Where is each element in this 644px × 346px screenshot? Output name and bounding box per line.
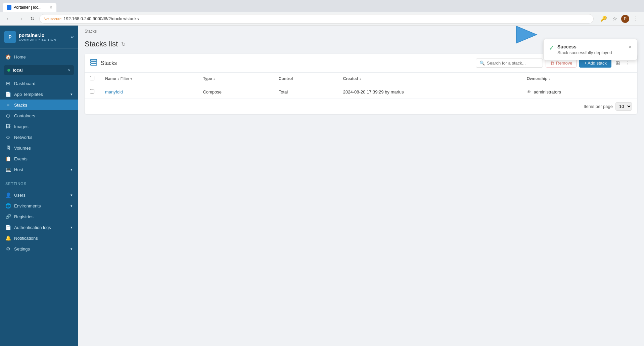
name-header-label: Name ↕ <box>105 76 119 81</box>
tab-title: Portainer | loc... <box>13 5 42 10</box>
sidebar-item-environments[interactable]: 🌐 Environments ▾ <box>0 200 78 211</box>
sidebar-section-settings: 👤 Users ▾ 🌐 Environments ▾ 🔗 Registries … <box>0 187 78 257</box>
sidebar-host-label: Host <box>14 167 23 172</box>
sidebar: P portainer.io COMMUNITY EDITION « 🏠 Hom… <box>0 26 78 346</box>
sidebar-logo: P portainer.io COMMUNITY EDITION <box>4 31 56 43</box>
sidebar-item-settings[interactable]: ⚙ Settings ▾ <box>0 243 78 254</box>
svg-marker-3 <box>516 26 537 43</box>
sidebar-environments-label: Environments <box>14 203 41 208</box>
browser-tabs: Portainer | loc... × <box>3 0 56 12</box>
table-footer: Items per page 10 25 50 <box>85 99 637 114</box>
sidebar-item-registries[interactable]: 🔗 Registries <box>0 211 78 222</box>
sidebar-item-containers[interactable]: ⬡ Containers <box>0 110 78 121</box>
stack-type-cell: Compose <box>197 85 273 99</box>
toast-content: Success Stack successfully deployed <box>557 44 625 55</box>
sidebar-events-label: Events <box>14 156 28 161</box>
app-templates-chevron-icon: ▾ <box>71 92 73 97</box>
sidebar-item-images[interactable]: 🖼 Images <box>0 121 78 132</box>
sidebar-item-home[interactable]: 🏠 Home <box>0 51 78 62</box>
password-manager-icon[interactable]: 🔑 <box>599 14 608 23</box>
settings-section-label: Settings <box>0 178 78 187</box>
row-checkbox[interactable] <box>90 89 94 93</box>
browser-chrome: Portainer | loc... × <box>0 0 644 12</box>
sidebar-notifications-label: Notifications <box>14 236 38 241</box>
forward-button[interactable]: → <box>16 14 26 23</box>
filter-button[interactable]: Filter ▾ <box>120 77 132 81</box>
created-header-label: Created ↕ <box>343 76 361 81</box>
sidebar-dashboard-label: Dashboard <box>14 81 36 86</box>
search-box[interactable]: 🔍 <box>476 59 543 68</box>
auth-logs-chevron-icon: ▾ <box>71 225 73 230</box>
sidebar-collapse-button[interactable]: « <box>71 34 74 40</box>
add-stack-label: + Add stack <box>584 61 607 66</box>
sidebar-item-notifications[interactable]: 🔔 Notifications <box>0 233 78 243</box>
ownership-icon: 👁 <box>527 89 531 94</box>
env-status-dot <box>7 69 10 72</box>
nav-icons: 🔑 ☆ P ⋮ <box>599 14 640 23</box>
sidebar-section-main: 🏠 Home local × ⊞ Dashboard 📄 App Templat… <box>0 49 78 178</box>
sidebar-item-auth-logs[interactable]: 📄 Authentication logs ▾ <box>0 222 78 233</box>
main-content: Stacks Stacks list ↻ Stacks <box>78 26 644 346</box>
tab-favicon <box>7 5 11 10</box>
sidebar-settings-label: Settings <box>14 246 30 252</box>
users-chevron-icon: ▾ <box>71 193 73 197</box>
table-container: Name ↕ Filter ▾ Type ↕ Control Created ↕ <box>85 73 637 114</box>
toast-title: Success <box>557 44 625 49</box>
url-text: 192.168.0.240:9000/#!/2/docker/stacks <box>63 16 139 21</box>
registries-icon: 🔗 <box>5 214 11 219</box>
sidebar-item-networks[interactable]: ⊙ Networks <box>0 132 78 143</box>
sidebar-stacks-label: Stacks <box>14 103 27 108</box>
reload-button[interactable]: ↻ <box>28 14 37 23</box>
svg-rect-1 <box>91 62 97 63</box>
sidebar-item-stacks[interactable]: ≡ Stacks <box>0 100 78 110</box>
sidebar-item-host[interactable]: 💻 Host ▾ <box>0 164 78 175</box>
toast-success-icon: ✓ <box>549 44 554 52</box>
items-per-page-label: Items per page <box>584 104 613 109</box>
stack-name-link[interactable]: manyfold <box>105 89 123 94</box>
ownership-header-label: Ownership ↕ <box>527 76 551 81</box>
bookmark-icon[interactable]: ☆ <box>611 14 618 23</box>
logo-main-text: portainer.io <box>19 33 56 38</box>
auth-logs-icon: 📄 <box>5 225 11 230</box>
settings-chevron-icon: ▾ <box>71 247 73 251</box>
back-button[interactable]: ← <box>4 14 13 23</box>
address-bar[interactable]: Not secure 192.168.0.240:9000/#!/2/docke… <box>39 14 594 24</box>
sidebar-item-events[interactable]: 📋 Events <box>0 153 78 164</box>
refresh-button[interactable]: ↻ <box>121 41 126 47</box>
sidebar-networks-label: Networks <box>14 135 32 140</box>
menu-button[interactable]: ⋮ <box>632 14 640 23</box>
logo-icon: P <box>4 31 16 43</box>
toast-close-button[interactable]: × <box>629 44 632 50</box>
env-close-button[interactable]: × <box>68 68 71 73</box>
containers-icon: ⬡ <box>5 113 11 118</box>
sidebar-item-app-templates[interactable]: 📄 App Templates ▾ <box>0 89 78 100</box>
events-icon: 📋 <box>5 156 11 161</box>
sidebar-item-volumes[interactable]: 🗄 Volumes <box>0 143 78 153</box>
tab-close-button[interactable]: × <box>50 5 52 10</box>
search-input[interactable] <box>487 61 539 66</box>
notifications-icon: 🔔 <box>5 235 11 241</box>
sidebar-containers-label: Containers <box>14 113 35 118</box>
items-per-page-select[interactable]: 10 25 50 <box>615 102 632 111</box>
control-header-label: Control <box>279 76 293 81</box>
profile-avatar[interactable]: P <box>621 15 629 23</box>
browser-nav: ← → ↻ Not secure 192.168.0.240:9000/#!/2… <box>0 12 644 26</box>
svg-rect-2 <box>91 64 97 66</box>
home-icon: 🏠 <box>5 54 11 60</box>
stack-control-cell: Total <box>273 85 338 99</box>
host-icon: 💻 <box>5 167 11 172</box>
sidebar-item-users[interactable]: 👤 Users ▾ <box>0 190 78 200</box>
browser-tab-active[interactable]: Portainer | loc... × <box>3 3 56 12</box>
stacks-table: Name ↕ Filter ▾ Type ↕ Control Created ↕ <box>85 73 637 99</box>
toast-notification: ✓ Success Stack successfully deployed × <box>543 39 637 60</box>
card-title: Stacks <box>101 60 117 66</box>
sidebar-users-label: Users <box>14 193 26 198</box>
select-all-checkbox[interactable] <box>90 76 94 80</box>
images-icon: 🖼 <box>5 124 11 129</box>
stack-ownership-cell: 👁 administrators <box>521 85 637 99</box>
stack-name-cell: manyfold <box>100 85 197 99</box>
toast-message: Stack successfully deployed <box>557 50 625 55</box>
remove-label: Remove <box>556 61 572 66</box>
sidebar-item-dashboard[interactable]: ⊞ Dashboard <box>0 78 78 89</box>
type-column-header: Type ↕ <box>197 73 273 85</box>
